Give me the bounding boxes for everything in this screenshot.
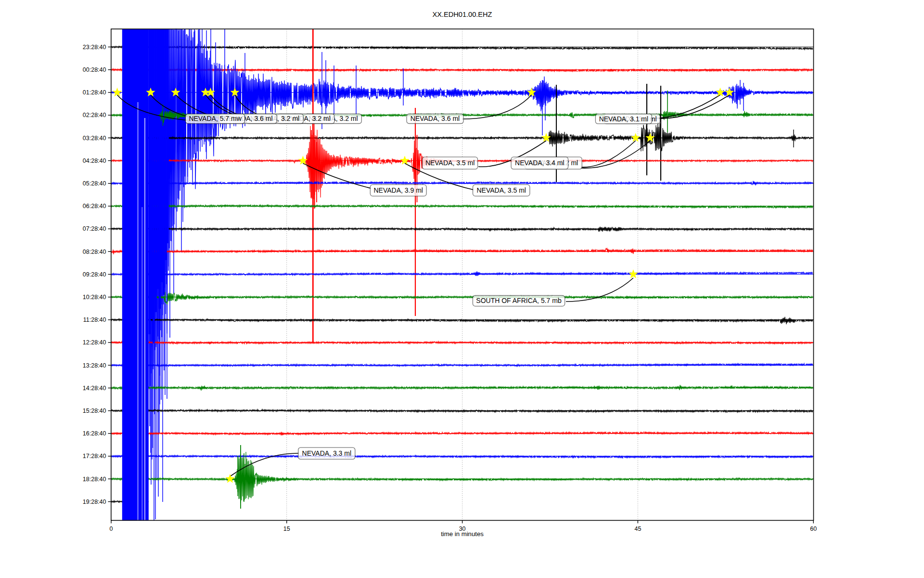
svg-text:23:28:40: 23:28:40 [83, 44, 106, 51]
svg-text:12:28:40: 12:28:40 [83, 339, 106, 346]
svg-text:13:28:40: 13:28:40 [83, 362, 106, 369]
svg-text:NEVADA, 3.9 ml: NEVADA, 3.9 ml [373, 186, 423, 194]
svg-text:18:28:40: 18:28:40 [83, 476, 106, 483]
svg-text:10:28:40: 10:28:40 [83, 294, 106, 301]
svg-text:0: 0 [110, 525, 113, 532]
svg-text:11:28:40: 11:28:40 [83, 316, 106, 323]
svg-text:16:28:40: 16:28:40 [83, 430, 106, 437]
svg-text:NEVADA, 3.5 ml: NEVADA, 3.5 ml [425, 159, 475, 167]
svg-text:14:28:40: 14:28:40 [83, 385, 106, 392]
svg-text:06:28:40: 06:28:40 [83, 203, 106, 210]
svg-text:NEVADA, 3.3 ml: NEVADA, 3.3 ml [302, 449, 351, 457]
svg-text:19:28:40: 19:28:40 [83, 499, 106, 505]
svg-text:NEVADA, 5.7 mw: NEVADA, 5.7 mw [189, 115, 242, 122]
svg-text:15: 15 [283, 525, 290, 532]
svg-text:02:28:40: 02:28:40 [83, 112, 106, 118]
svg-text:00:28:40: 00:28:40 [83, 66, 106, 73]
svg-text:NEVADA, 3.5 ml: NEVADA, 3.5 ml [476, 186, 526, 194]
svg-text:15:28:40: 15:28:40 [83, 407, 106, 414]
svg-text:NEVADA, 3.1 ml: NEVADA, 3.1 ml [599, 115, 648, 123]
svg-text:time in minutes: time in minutes [441, 530, 484, 538]
svg-text:17:28:40: 17:28:40 [83, 453, 106, 460]
svg-text:SOUTH OF AFRICA, 5.7 mb: SOUTH OF AFRICA, 5.7 mb [476, 297, 562, 304]
svg-text:XX.EDH01.00.EHZ: XX.EDH01.00.EHZ [432, 11, 492, 18]
svg-text:08:28:40: 08:28:40 [83, 249, 106, 255]
svg-text:07:28:40: 07:28:40 [83, 225, 106, 232]
svg-text:60: 60 [810, 525, 817, 532]
svg-text:03:28:40: 03:28:40 [83, 135, 106, 142]
svg-text:09:28:40: 09:28:40 [83, 271, 106, 278]
svg-text:NEVADA, 3.6 ml: NEVADA, 3.6 ml [411, 115, 460, 122]
svg-text:NEVADA, 3.4 ml: NEVADA, 3.4 ml [515, 159, 564, 167]
svg-text:45: 45 [634, 525, 641, 532]
svg-text:05:28:40: 05:28:40 [83, 180, 106, 187]
svg-text:04:28:40: 04:28:40 [83, 158, 106, 164]
svg-text:01:28:40: 01:28:40 [83, 89, 106, 96]
